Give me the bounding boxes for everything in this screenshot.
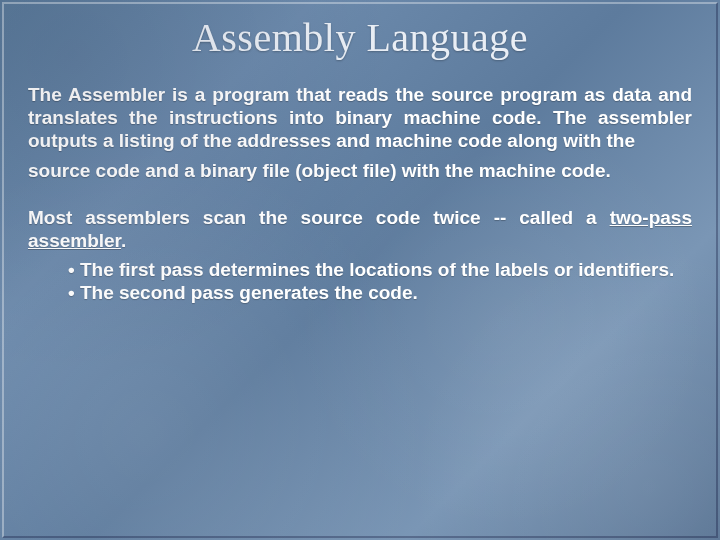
paragraph-2-tail: .	[121, 230, 126, 251]
slide-title: Assembly Language	[0, 0, 720, 61]
paragraph-1-part-b: source code and a binary file (object fi…	[28, 159, 692, 182]
paragraph-2-lead: Most assemblers scan the source code twi…	[28, 207, 610, 228]
slide-body: The Assembler is a program that reads th…	[0, 61, 720, 304]
spacer	[28, 188, 692, 206]
bullet-list: • The first pass determines the location…	[28, 258, 692, 304]
paragraph-2: Most assemblers scan the source code twi…	[28, 206, 692, 252]
paragraph-1-part-a: The Assembler is a program that reads th…	[28, 83, 692, 153]
bullet-item-2: • The second pass generates the code.	[68, 281, 692, 304]
bullet-item-1: • The first pass determines the location…	[68, 258, 692, 281]
slide: Assembly Language The Assembler is a pro…	[0, 0, 720, 540]
